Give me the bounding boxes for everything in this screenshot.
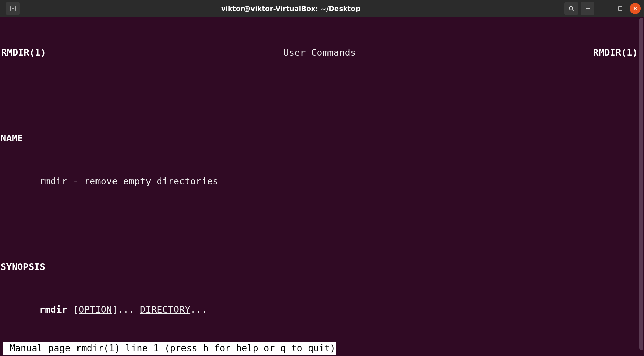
scrollbar-thumb[interactable] (639, 18, 643, 350)
scrollbar-track[interactable] (639, 17, 644, 356)
minimize-button[interactable] (597, 2, 611, 15)
search-icon (568, 5, 574, 12)
new-tab-icon (10, 5, 16, 12)
titlebar: viktor@viktor-VirtualBox: ~/Desktop (0, 0, 644, 17)
section-synopsis-heading: SYNOPSIS (1, 260, 644, 274)
man-page-content: RMDIR(1) User Commands RMDIR(1) NAME rmd… (0, 17, 644, 356)
man-header-left: RMDIR(1) (1, 46, 46, 60)
svg-point-3 (569, 6, 573, 10)
close-button[interactable] (630, 3, 641, 14)
name-line: rmdir - remove empty directories (1, 174, 644, 188)
menu-button[interactable] (581, 2, 594, 15)
man-status-line: Manual page rmdir(1) line 1 (press h for… (3, 342, 336, 355)
synopsis-cmd: rmdir (39, 304, 67, 315)
svg-line-4 (572, 10, 574, 11)
section-name-heading: NAME (1, 131, 644, 146)
svg-rect-9 (619, 7, 622, 10)
man-header-row: RMDIR(1) User Commands RMDIR(1) (1, 46, 644, 60)
terminal-viewport[interactable]: RMDIR(1) User Commands RMDIR(1) NAME rmd… (0, 17, 644, 356)
synopsis-option: OPTION (79, 304, 112, 315)
maximize-button[interactable] (613, 2, 627, 15)
man-header-right: RMDIR(1) (593, 46, 638, 60)
synopsis-line: rmdir [OPTION]... DIRECTORY... (1, 303, 644, 317)
synopsis-directory: DIRECTORY (140, 304, 190, 315)
hamburger-icon (585, 5, 591, 12)
search-button[interactable] (564, 2, 578, 15)
new-tab-button[interactable] (6, 2, 20, 15)
synopsis-open: [ (67, 304, 79, 315)
man-header-center: User Commands (283, 46, 356, 60)
minimize-icon (601, 6, 607, 11)
window-title: viktor@viktor-VirtualBox: ~/Desktop (221, 4, 360, 13)
maximize-icon (617, 6, 623, 11)
synopsis-mid: ]... (112, 304, 140, 315)
close-icon (633, 6, 638, 11)
synopsis-tail: ... (190, 304, 207, 315)
